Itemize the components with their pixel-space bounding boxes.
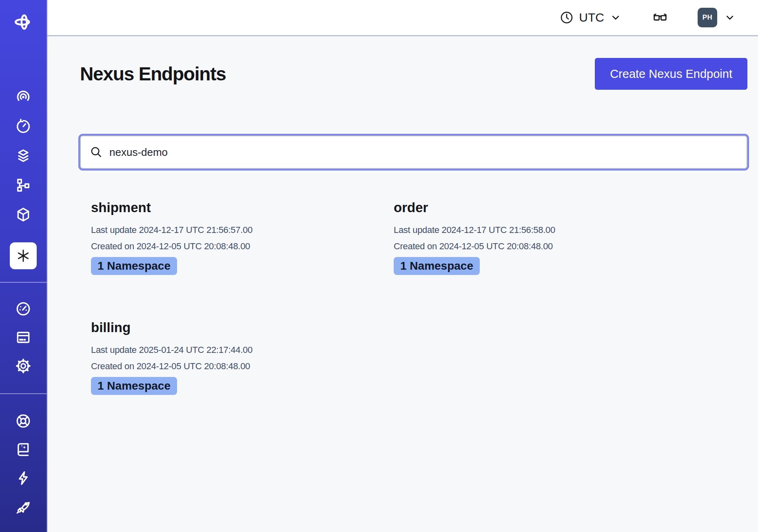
endpoint-card-order[interactable]: order Last update 2024-12-17 UTC 21:56:5… (383, 200, 685, 275)
sidebar-item-namespaces[interactable] (14, 206, 32, 224)
namespace-badge: 1 Namespace (91, 257, 177, 275)
feedback-lightning-icon (15, 470, 31, 486)
getting-started-rocket-icon (15, 499, 31, 515)
endpoint-card-shipment[interactable]: shipment Last update 2024-12-17 UTC 21:5… (80, 200, 383, 275)
endpoint-search[interactable] (80, 135, 747, 169)
user-menu[interactable]: PH (698, 8, 736, 27)
sidebar-item-deployments[interactable] (14, 147, 32, 165)
endpoint-created-on: Created on 2024-12-05 UTC 20:08:48.00 (394, 238, 685, 255)
timezone-selector[interactable]: UTC (560, 11, 622, 24)
sidebar-item-nexus[interactable] (10, 242, 37, 269)
main-content: Nexus Endpoints Create Nexus Endpoint sh… (47, 36, 758, 532)
temporal-logo (14, 13, 33, 31)
namespace-badge: 1 Namespace (394, 257, 480, 275)
sidebar-nav-help (14, 412, 32, 516)
support-lifebuoy-icon (15, 413, 31, 429)
sidebar-item-settings[interactable] (14, 357, 32, 375)
billing-icon (15, 329, 31, 346)
page-header: Nexus Endpoints Create Nexus Endpoint (80, 58, 747, 90)
clock-icon (560, 11, 574, 24)
sidebar-nav-account (14, 300, 32, 375)
endpoint-created-on: Created on 2024-12-05 UTC 20:08:48.00 (91, 238, 383, 255)
sidebar-item-support[interactable] (14, 412, 32, 430)
nexus-asterisk-icon (16, 248, 31, 264)
search-input[interactable] (109, 146, 738, 159)
deployments-icon (15, 148, 31, 164)
namespace-badge: 1 Namespace (91, 377, 177, 395)
sidebar-item-getting-started[interactable] (14, 498, 32, 516)
sidebar-item-batch-operations[interactable] (14, 176, 32, 194)
endpoint-name[interactable]: billing (91, 320, 383, 335)
endpoint-last-update: Last update 2025-01-24 UTC 22:17:44.00 (91, 342, 383, 358)
endpoint-last-update: Last update 2024-12-17 UTC 21:56:58.00 (394, 222, 685, 238)
glasses-icon (652, 9, 668, 26)
sidebar-item-billing[interactable] (14, 328, 32, 346)
sidebar (0, 0, 47, 532)
sidebar-item-docs[interactable] (14, 441, 32, 459)
sidebar-item-home[interactable] (13, 11, 34, 33)
sidebar-item-workflows[interactable] (14, 88, 32, 106)
batch-operations-icon (15, 177, 31, 193)
endpoint-name[interactable]: shipment (91, 200, 383, 215)
avatar[interactable]: PH (698, 8, 717, 27)
chevron-down-icon (610, 11, 622, 24)
endpoint-created-on: Created on 2024-12-05 UTC 20:08:48.00 (91, 358, 383, 375)
endpoint-name[interactable]: order (394, 200, 685, 215)
endpoint-card-billing[interactable]: billing Last update 2025-01-24 UTC 22:17… (80, 320, 383, 395)
workflows-icon (15, 89, 31, 105)
timezone-label: UTC (579, 11, 604, 24)
create-nexus-endpoint-button[interactable]: Create Nexus Endpoint (595, 58, 747, 90)
sidebar-item-feedback[interactable] (14, 469, 32, 487)
settings-gear-icon (15, 358, 31, 374)
usage-gauge-icon (15, 301, 31, 317)
search-icon (90, 146, 103, 159)
namespaces-icon (15, 206, 31, 223)
docs-book-icon (15, 441, 31, 458)
chevron-down-icon (724, 11, 736, 24)
schedules-icon (15, 118, 31, 135)
sidebar-divider (0, 282, 47, 283)
sidebar-item-schedules[interactable] (14, 117, 32, 135)
topbar: UTC PH (47, 0, 758, 36)
endpoints-grid: shipment Last update 2024-12-17 UTC 21:5… (80, 200, 747, 395)
sidebar-divider (0, 393, 47, 394)
endpoint-last-update: Last update 2024-12-17 UTC 21:56:57.00 (91, 222, 383, 238)
sidebar-nav-primary (10, 88, 37, 269)
page-title: Nexus Endpoints (80, 63, 226, 85)
sidebar-item-usage[interactable] (14, 300, 32, 318)
labs-mode-toggle[interactable] (652, 9, 668, 26)
